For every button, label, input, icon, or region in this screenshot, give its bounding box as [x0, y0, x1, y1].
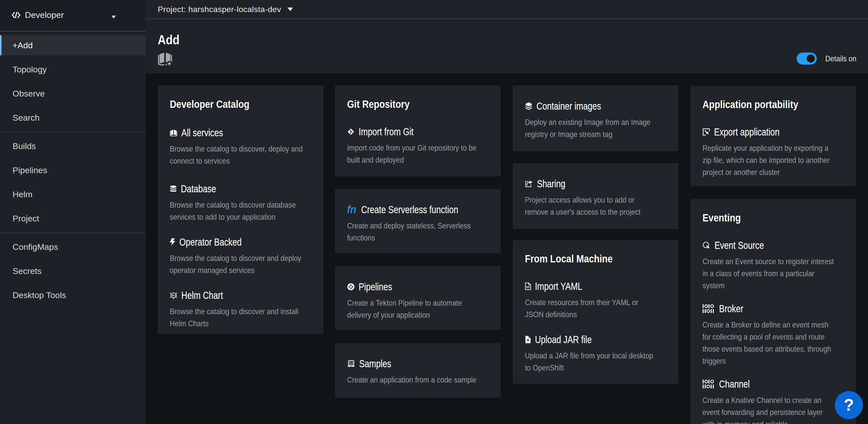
svg-text:HELM: HELM: [170, 294, 177, 296]
